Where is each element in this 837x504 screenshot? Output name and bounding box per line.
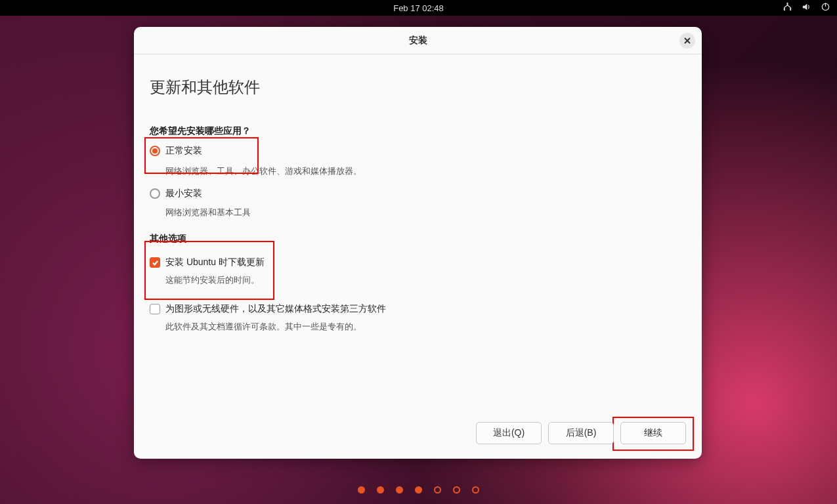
section-other-label: 其他选项 xyxy=(150,233,686,245)
radio-minimal-label: 最小安装 xyxy=(165,188,202,200)
window-title: 安装 xyxy=(409,35,427,47)
top-bar: Feb 17 02:48 xyxy=(0,0,837,16)
progress-dot xyxy=(472,486,479,494)
checkbox-icon xyxy=(150,257,160,268)
clock: Feb 17 02:48 xyxy=(393,3,444,13)
continue-button[interactable]: 继续 xyxy=(620,422,686,444)
page-title: 更新和其他软件 xyxy=(150,77,686,98)
close-button[interactable] xyxy=(679,33,695,49)
checkbox-thirdparty[interactable]: 为图形或无线硬件，以及其它媒体格式安装第三方软件 xyxy=(150,303,686,315)
installer-window: 安装 更新和其他软件 您希望先安装哪些应用？ 正常安装 网络浏览器、工具、办公软… xyxy=(134,27,702,459)
checkbox-download-label: 安装 Ubuntu 时下载更新 xyxy=(165,257,265,268)
progress-dot xyxy=(434,486,441,494)
thirdparty-help: 此软件及其文档遵循许可条款。其中一些是专有的。 xyxy=(165,322,686,333)
download-updates-help: 这能节约安装后的时间。 xyxy=(165,275,686,286)
quit-button[interactable]: 退出(Q) xyxy=(476,422,542,444)
svg-rect-1 xyxy=(784,7,785,10)
checkbox-icon xyxy=(150,304,160,314)
normal-install-help: 网络浏览器、工具、办公软件、游戏和媒体播放器。 xyxy=(165,166,686,177)
radio-normal-label: 正常安装 xyxy=(165,145,202,157)
radio-icon xyxy=(150,146,160,156)
network-icon[interactable] xyxy=(783,2,792,14)
footer-buttons: 退出(Q) 后退(B) 继续 xyxy=(476,422,686,444)
svg-rect-2 xyxy=(790,7,791,10)
checkbox-download-updates[interactable]: 安装 Ubuntu 时下载更新 xyxy=(150,257,686,268)
status-icons xyxy=(783,0,830,16)
radio-minimal-install[interactable]: 最小安装 xyxy=(150,188,686,200)
progress-dot xyxy=(453,486,460,494)
checkbox-thirdparty-label: 为图形或无线硬件，以及其它媒体格式安装第三方软件 xyxy=(165,303,386,315)
minimal-install-help: 网络浏览器和基本工具 xyxy=(165,207,686,219)
progress-dot xyxy=(377,486,384,494)
title-bar: 安装 xyxy=(134,27,702,54)
svg-rect-4 xyxy=(825,3,826,7)
radio-icon xyxy=(150,188,160,199)
progress-dot xyxy=(396,486,403,494)
power-icon[interactable] xyxy=(821,2,830,14)
progress-dot xyxy=(358,486,365,494)
section-apps-label: 您希望先安装哪些应用？ xyxy=(150,125,686,137)
progress-dots xyxy=(0,486,837,494)
progress-dot xyxy=(415,486,422,494)
volume-icon[interactable] xyxy=(802,2,811,14)
radio-normal-install[interactable]: 正常安装 xyxy=(150,145,686,157)
content-area: 更新和其他软件 您希望先安装哪些应用？ 正常安装 网络浏览器、工具、办公软件、游… xyxy=(134,54,702,459)
back-button[interactable]: 后退(B) xyxy=(548,422,614,444)
